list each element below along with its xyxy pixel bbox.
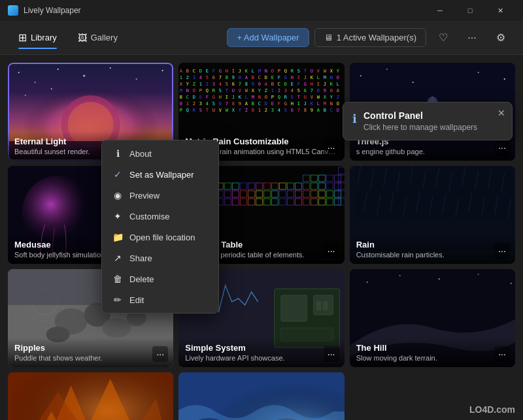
menu-item-about-label: About xyxy=(129,149,152,159)
svg-text:6: 6 xyxy=(212,75,215,80)
svg-text:J: J xyxy=(232,95,235,100)
menu-item-open-file-label: Open file location xyxy=(129,233,195,242)
card-more-button[interactable]: ··· xyxy=(152,346,168,362)
card-desc: Slow moving dark terrain. xyxy=(356,354,509,362)
card-title: The Hill xyxy=(356,343,509,353)
svg-text:5: 5 xyxy=(297,88,300,93)
svg-text:U: U xyxy=(212,108,215,113)
menu-item-set-wallpaper[interactable]: ✓ Set as Wallpaper xyxy=(102,164,218,185)
delete-icon: 🗑 xyxy=(112,274,123,284)
svg-point-320 xyxy=(366,282,367,283)
svg-text:O: O xyxy=(193,88,195,93)
card-desc: Customisable rain particles. xyxy=(356,251,509,259)
svg-text:3: 3 xyxy=(271,108,274,113)
svg-text:E: E xyxy=(199,95,202,100)
svg-text:5: 5 xyxy=(284,108,287,113)
control-panel-title: Control Panel xyxy=(363,110,477,121)
library-label: Library xyxy=(31,33,57,42)
svg-text:4: 4 xyxy=(278,108,280,113)
menu-item-about[interactable]: ℹ About xyxy=(102,143,218,164)
add-wallpaper-button[interactable]: + Add Wallpaper xyxy=(227,28,309,47)
svg-text:S: S xyxy=(291,95,294,100)
card-more-button[interactable]: ··· xyxy=(494,346,510,362)
svg-text:G: G xyxy=(219,69,222,74)
svg-text:8: 8 xyxy=(232,101,235,106)
menu-item-customise[interactable]: ✦ Customise xyxy=(102,206,218,227)
svg-rect-317 xyxy=(317,302,321,310)
svg-text:U: U xyxy=(304,95,307,100)
svg-text:7: 7 xyxy=(297,108,300,113)
svg-text:U: U xyxy=(311,69,313,74)
svg-text:I: I xyxy=(232,69,235,74)
card-more-button[interactable]: ··· xyxy=(324,243,339,259)
toolbar: ⊞ Library 🖼 Gallery + Add Wallpaper 🖥 1 … xyxy=(0,21,523,55)
card-waves[interactable]: Waves Ocean waves. ··· xyxy=(178,372,344,420)
svg-text:C: C xyxy=(258,75,261,80)
menu-item-preview[interactable]: ◉ Preview xyxy=(102,185,218,206)
menu-item-edit-label: Edit xyxy=(129,295,144,305)
svg-text:D: D xyxy=(284,82,287,87)
control-panel-desc: Click here to manage wallpapers xyxy=(363,123,477,132)
svg-text:O: O xyxy=(337,75,339,80)
svg-point-8 xyxy=(136,78,137,80)
svg-text:4: 4 xyxy=(199,75,202,80)
control-panel-close-button[interactable]: ✕ xyxy=(498,108,505,118)
settings-button[interactable]: ⚙ xyxy=(489,26,513,50)
svg-text:C: C xyxy=(193,69,195,74)
library-tab[interactable]: ⊞ Library xyxy=(10,27,65,48)
svg-text:S: S xyxy=(199,108,202,113)
card-rain[interactable]: Rain Customisable rain particles. ··· xyxy=(350,166,515,264)
context-menu: ℹ About ✓ Set as Wallpaper ◉ Preview ✦ C… xyxy=(101,140,219,314)
svg-point-11 xyxy=(51,88,52,89)
svg-text:5: 5 xyxy=(206,75,209,80)
gallery-tab[interactable]: 🖼 Gallery xyxy=(70,29,126,47)
svg-text:2: 2 xyxy=(186,75,189,80)
menu-item-share[interactable]: ↗ Share xyxy=(102,248,218,268)
heart-button[interactable]: ♡ xyxy=(431,26,455,50)
svg-text:J: J xyxy=(304,75,307,80)
svg-point-322 xyxy=(438,278,439,280)
folder-icon: 📁 xyxy=(112,232,123,242)
minimize-button[interactable]: ─ xyxy=(425,0,455,21)
svg-text:P: P xyxy=(278,69,280,74)
card-info: Simple System Lively hardware API showca… xyxy=(178,338,344,367)
active-wallpaper-button[interactable]: 🖥 1 Active Wallpaper(s) xyxy=(314,28,426,47)
edit-icon: ✏ xyxy=(112,295,123,305)
svg-text:J: J xyxy=(324,82,326,87)
svg-text:4: 4 xyxy=(219,82,222,87)
card-more-button[interactable]: ··· xyxy=(324,140,339,155)
gallery-label: Gallery xyxy=(91,33,118,42)
svg-point-9 xyxy=(162,70,163,71)
svg-text:4: 4 xyxy=(291,88,294,93)
menu-item-edit[interactable]: ✏ Edit xyxy=(102,289,218,310)
svg-text:8: 8 xyxy=(226,75,228,80)
svg-text:B: B xyxy=(252,75,254,80)
svg-text:0: 0 xyxy=(330,88,333,93)
svg-text:9: 9 xyxy=(239,101,241,106)
svg-text:Z: Z xyxy=(245,108,248,113)
svg-text:M: M xyxy=(324,101,326,106)
close-button[interactable]: ✕ xyxy=(485,0,515,21)
card-triangles-light[interactable]: Triangles & Light Triangles animation. ·… xyxy=(8,372,173,420)
maximize-button[interactable]: □ xyxy=(455,0,485,21)
menu-item-open-file[interactable]: 📁 Open file location xyxy=(102,227,218,248)
svg-text:P: P xyxy=(180,108,182,113)
svg-text:C: C xyxy=(330,108,333,113)
card-more-button[interactable]: ··· xyxy=(494,140,510,155)
svg-text:P: P xyxy=(271,95,274,100)
svg-text:B: B xyxy=(186,69,189,74)
svg-text:E: E xyxy=(291,82,294,87)
svg-text:M: M xyxy=(252,95,254,100)
card-more-button[interactable]: ··· xyxy=(494,243,510,259)
svg-text:0: 0 xyxy=(239,75,241,80)
card-the-hill[interactable]: The Hill Slow moving dark terrain. ··· xyxy=(350,269,515,367)
card-more-button[interactable]: ··· xyxy=(324,346,339,362)
svg-point-197 xyxy=(503,78,505,80)
control-panel-tooltip[interactable]: ℹ Control Panel Click here to manage wal… xyxy=(343,102,513,140)
menu-item-delete[interactable]: 🗑 Delete xyxy=(102,268,218,289)
svg-text:P: P xyxy=(199,88,202,93)
svg-text:B: B xyxy=(180,95,182,100)
svg-point-194 xyxy=(386,69,387,70)
more-button[interactable]: ··· xyxy=(460,26,484,50)
card-title: Simple System xyxy=(185,343,337,353)
